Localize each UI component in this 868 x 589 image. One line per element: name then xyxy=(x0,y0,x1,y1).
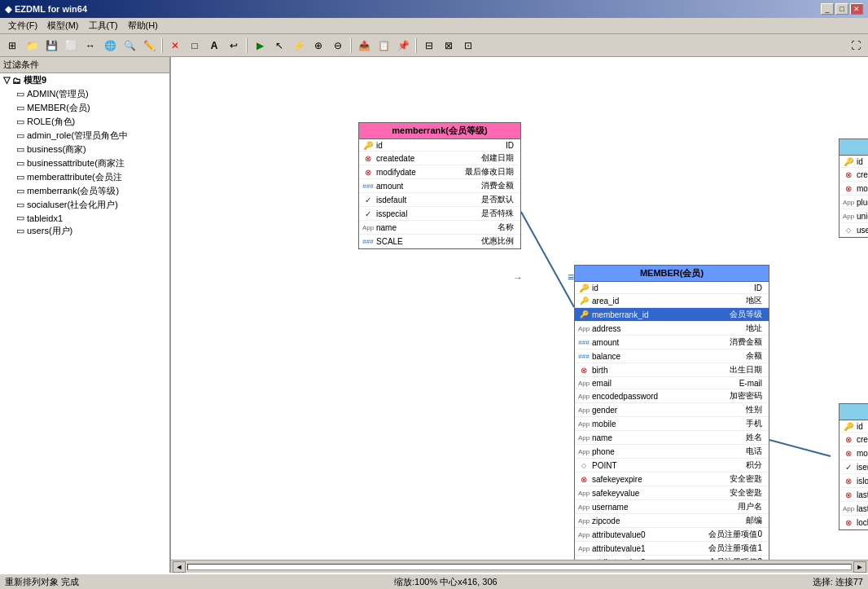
horizontal-scrollbar[interactable]: ◄ ► xyxy=(171,560,868,573)
sidebar-item-users[interactable]: ▭ users(用户) xyxy=(0,224,169,238)
table-users[interactable]: users(用户) 🔑 id ID ⊗ createdate 创建日期 ⊗ mo… xyxy=(839,403,868,530)
toolbar-btn-7[interactable]: 🔍 xyxy=(121,37,138,55)
toolbar-btn-export[interactable]: 📤 xyxy=(355,37,373,55)
toolbar-btn-8[interactable]: ✏️ xyxy=(140,37,158,55)
sidebar-item-member[interactable]: ▭ MEMBER(会员) xyxy=(0,101,169,115)
app-icon: App xyxy=(843,211,854,221)
app-icon: App xyxy=(578,378,590,388)
separator-2 xyxy=(246,38,248,53)
sidebar-item-adminrole[interactable]: ▭ admin_role(管理员角色中 xyxy=(0,129,169,143)
toolbar-btn-cursor[interactable]: ↖ xyxy=(270,37,288,55)
toolbar-btn-connect[interactable]: ⚡ xyxy=(290,37,308,55)
menu-tools[interactable]: 工具(T) xyxy=(84,19,123,33)
sidebar-item-businessattr[interactable]: ▭ businessattribute(商家注 xyxy=(0,156,169,170)
field-memberrank-isdefault: ✓ isdefault 是否默认 xyxy=(359,193,520,207)
maximize-button[interactable]: □ xyxy=(835,3,848,15)
toolbar-btn-delete[interactable]: ✕ xyxy=(166,37,184,55)
app-icon: App xyxy=(578,543,590,553)
field-member-areaid: 🔑 area_id 地区 xyxy=(575,294,769,308)
toolbar-btn-2[interactable]: 📁 xyxy=(23,37,41,55)
sidebar-label-business: business(商家) xyxy=(27,143,86,156)
tree-table-icon: ▭ xyxy=(16,89,24,99)
field-memberrank-isspecial: ✓ isspecial 是否特殊 xyxy=(359,207,520,221)
menu-model[interactable]: 模型(M) xyxy=(42,19,84,33)
toolbar-btn-run[interactable]: ▶ xyxy=(251,37,269,55)
sidebar-label-role: ROLE(角色) xyxy=(27,116,75,128)
date-icon: ⊗ xyxy=(362,167,374,177)
sidebar-label-tableidx: tableidx1 xyxy=(27,213,63,223)
field-member-safekeyexpire: ⊗ safekeyexpire 安全密匙 xyxy=(575,473,769,486)
status-center: 缩放:100% 中心x416, 306 xyxy=(394,576,498,588)
field-users-lockdate: ⊗ lockdate 锁定日期 xyxy=(840,516,868,530)
status-left: 重新排列对象 完成 xyxy=(5,576,79,588)
toolbar-btn-paste[interactable]: 📌 xyxy=(394,37,412,55)
canvas-area[interactable]: ≡ → memberrank(会员等级) 🔑 id ID ⊗ createdat… xyxy=(171,57,868,573)
sidebar-item-admin[interactable]: ▭ ADMIN(管理员) xyxy=(0,87,169,101)
toolbar-btn-1[interactable]: ⊞ xyxy=(3,37,21,55)
scroll-right-btn[interactable]: ► xyxy=(853,561,866,573)
tree-root[interactable]: ▽ 🗂 模型9 xyxy=(0,73,169,87)
sidebar-header: 过滤条件 xyxy=(0,57,169,73)
sidebar-item-tableidx[interactable]: ▭ tableidx1 xyxy=(0,212,169,224)
toolbar-btn-zoomin[interactable]: ⊕ xyxy=(309,37,327,55)
date-icon: ⊗ xyxy=(578,474,590,484)
pk-icon: 🔑 xyxy=(843,156,854,166)
toolbar-btn-3[interactable]: 💾 xyxy=(42,37,60,55)
table-socialuser[interactable]: socialuser(社会化用户) 🔑 id ID ⊗ createdate 创… xyxy=(839,138,868,238)
table-member[interactable]: MEMBER(会员) 🔑 id ID 🔑 area_id 地区 🔑 member… xyxy=(574,265,769,573)
toolbar-btn-text[interactable]: A xyxy=(205,37,223,55)
svg-text:→: → xyxy=(513,272,523,284)
field-memberrank-modifydate: ⊗ modifydate 最后修改日期 xyxy=(359,165,520,179)
pk-icon: 🔑 xyxy=(578,283,590,292)
sidebar-item-memberattr[interactable]: ▭ memberattribute(会员注 xyxy=(0,170,169,184)
sidebar-item-role[interactable]: ▭ ROLE(角色) xyxy=(0,115,169,129)
separator-4 xyxy=(415,38,417,53)
field-member-safekeyvalue: App safekeyvalue 安全密匙 xyxy=(575,486,769,500)
sidebar-item-memberrank[interactable]: ▭ memberrank(会员等级) xyxy=(0,184,169,198)
minimize-button[interactable]: _ xyxy=(821,3,834,15)
toolbar-btn-rect[interactable]: □ xyxy=(186,37,204,55)
app-icon: App xyxy=(578,433,590,442)
field-memberrank-name: App name 名称 xyxy=(359,221,520,235)
fk-icon: 🔑 xyxy=(578,296,590,305)
table-member-header: MEMBER(会员) xyxy=(575,266,769,282)
app-icon: App xyxy=(843,503,854,513)
separator-1 xyxy=(161,38,163,53)
field-member-amount: ### amount 消费金额 xyxy=(575,336,769,349)
menu-help[interactable]: 帮助(H) xyxy=(123,19,163,33)
title-bar-left: ◆ EZDML for win64 xyxy=(5,4,87,15)
sidebar: 过滤条件 ▽ 🗂 模型9 ▭ ADMIN(管理员) ▭ MEMBER(会员) ▭… xyxy=(0,57,171,573)
tree-icon: 🗂 xyxy=(12,76,21,86)
title-bar: ◆ EZDML for win64 _ □ ✕ xyxy=(0,0,868,18)
check-icon: ✓ xyxy=(362,209,374,218)
field-memberrank-amount: ### amount 消费金额 xyxy=(359,179,520,193)
toolbar-btn-settings[interactable]: ⊡ xyxy=(459,37,477,55)
toolbar-btn-align2[interactable]: ⊠ xyxy=(440,37,458,55)
app-icon: App xyxy=(578,405,590,415)
table-memberrank[interactable]: memberrank(会员等级) 🔑 id ID ⊗ createdate 创建… xyxy=(358,122,521,249)
menu-bar: 文件(F) 模型(M) 工具(T) 帮助(H) xyxy=(0,18,868,34)
sidebar-item-socialuser[interactable]: ▭ socialuser(社会化用户) xyxy=(0,198,169,212)
toolbar-btn-fullscreen[interactable]: ⛶ xyxy=(847,37,865,55)
toolbar-btn-6[interactable]: 🌐 xyxy=(101,37,119,55)
toolbar-btn-align1[interactable]: ⊟ xyxy=(420,37,438,55)
toolbar-btn-4[interactable]: ⬜ xyxy=(62,37,80,55)
tree-table-icon: ▭ xyxy=(16,213,24,223)
scroll-left-btn[interactable]: ◄ xyxy=(173,561,186,573)
close-button[interactable]: ✕ xyxy=(850,3,863,15)
tree-expand-icon: ▽ xyxy=(3,75,10,86)
svg-line-0 xyxy=(521,212,574,307)
toolbar-btn-zoomout[interactable]: ⊖ xyxy=(329,37,347,55)
date-icon: ⊗ xyxy=(362,153,374,163)
fk-icon: 🔑 xyxy=(578,310,590,319)
field-member-attr1: App attributevalue1 会员注册项值1 xyxy=(575,542,769,556)
toolbar-btn-undo[interactable]: ↩ xyxy=(225,37,243,55)
field-socialuser-uniqueid: App uniqueid 唯一ID xyxy=(840,209,868,223)
date-icon: ⊗ xyxy=(843,434,854,444)
sidebar-item-business[interactable]: ▭ business(商家) xyxy=(0,143,169,156)
toolbar-btn-5[interactable]: ↔ xyxy=(81,37,99,55)
menu-file[interactable]: 文件(F) xyxy=(3,19,42,33)
toolbar-btn-copy[interactable]: 📋 xyxy=(375,37,392,55)
app-icon: ◇ xyxy=(843,225,854,235)
tree-table-icon: ▭ xyxy=(16,130,24,141)
